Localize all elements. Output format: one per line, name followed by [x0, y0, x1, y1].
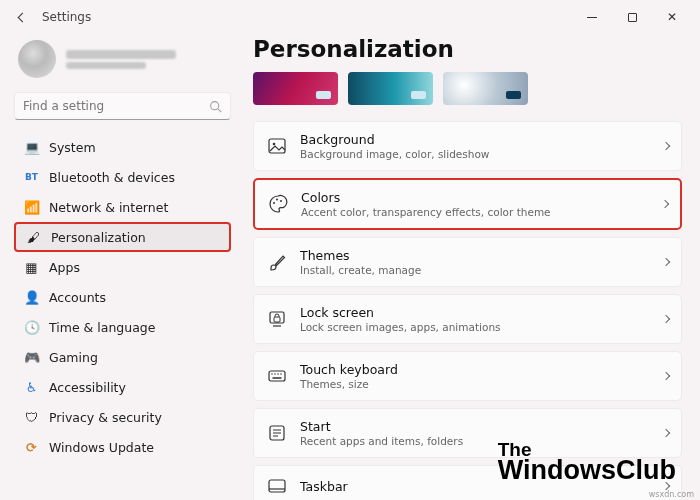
- window-controls: [572, 2, 692, 32]
- setting-subtitle: Background image, color, slideshow: [300, 148, 651, 160]
- sidebar-item-accounts[interactable]: 👤 Accounts: [14, 282, 231, 312]
- close-button[interactable]: [652, 2, 692, 32]
- chevron-right-icon: [662, 258, 670, 266]
- sidebar-item-label: Accounts: [49, 290, 106, 305]
- search-placeholder: Find a setting: [23, 99, 203, 113]
- sidebar-item-label: Privacy & security: [49, 410, 162, 425]
- sidebar-item-label: Bluetooth & devices: [49, 170, 175, 185]
- sidebar-item-privacy[interactable]: 🛡 Privacy & security: [14, 402, 231, 432]
- search-icon: [209, 100, 222, 113]
- theme-previews: [253, 72, 682, 105]
- chevron-right-icon: [662, 142, 670, 150]
- bluetooth-icon: BT: [24, 172, 39, 182]
- sidebar-item-accessibility[interactable]: ♿ Accessibility: [14, 372, 231, 402]
- sidebar-item-label: Network & internet: [49, 200, 168, 215]
- sidebar-item-label: Gaming: [49, 350, 98, 365]
- setting-title: Lock screen: [300, 305, 651, 320]
- arrow-left-icon: [17, 12, 27, 22]
- sidebar-item-label: Personalization: [51, 230, 146, 245]
- picture-icon: [266, 136, 288, 156]
- setting-background[interactable]: BackgroundBackground image, color, slide…: [253, 121, 682, 171]
- sidebar-item-label: System: [49, 140, 96, 155]
- svg-point-0: [211, 101, 219, 109]
- setting-subtitle: Install, create, manage: [300, 264, 651, 276]
- setting-title: Colors: [301, 190, 650, 205]
- titlebar: Settings: [0, 0, 700, 34]
- setting-touchkeyboard[interactable]: Touch keyboardThemes, size: [253, 351, 682, 401]
- svg-rect-8: [274, 317, 280, 322]
- sidebar-item-personalization[interactable]: 🖌 Personalization: [14, 222, 231, 252]
- lockscreen-icon: [266, 309, 288, 329]
- paintbrush-icon: 🖌: [26, 230, 41, 245]
- svg-point-5: [276, 199, 278, 201]
- search-input[interactable]: Find a setting: [14, 92, 231, 120]
- clock-icon: 🕓: [24, 320, 39, 335]
- setting-start[interactable]: StartRecent apps and items, folders: [253, 408, 682, 458]
- chevron-right-icon: [662, 372, 670, 380]
- palette-icon: [267, 194, 289, 214]
- close-icon: [667, 10, 677, 24]
- setting-colors[interactable]: ColorsAccent color, transparency effects…: [253, 178, 682, 230]
- chevron-right-icon: [662, 429, 670, 437]
- main-panel: Personalization BackgroundBackground ima…: [245, 34, 700, 500]
- sidebar-item-gaming[interactable]: 🎮 Gaming: [14, 342, 231, 372]
- svg-point-3: [273, 143, 276, 146]
- keyboard-icon: [266, 366, 288, 386]
- account-block[interactable]: [14, 34, 231, 92]
- sidebar-item-time[interactable]: 🕓 Time & language: [14, 312, 231, 342]
- chevron-right-icon: [662, 482, 670, 490]
- svg-rect-10: [269, 371, 285, 381]
- page-title: Personalization: [253, 36, 682, 62]
- account-text: [66, 47, 176, 72]
- setting-title: Themes: [300, 248, 651, 263]
- back-button[interactable]: [14, 9, 30, 25]
- minimize-button[interactable]: [572, 2, 612, 32]
- setting-title: Start: [300, 419, 651, 434]
- svg-point-6: [280, 200, 282, 202]
- setting-subtitle: Themes, size: [300, 378, 651, 390]
- update-icon: ⟳: [24, 440, 39, 455]
- theme-preview[interactable]: [443, 72, 528, 105]
- sidebar-item-label: Windows Update: [49, 440, 154, 455]
- gaming-icon: 🎮: [24, 350, 39, 365]
- maximize-icon: [628, 13, 637, 22]
- setting-themes[interactable]: ThemesInstall, create, manage: [253, 237, 682, 287]
- setting-subtitle: Accent color, transparency effects, colo…: [301, 206, 650, 218]
- sidebar-item-update[interactable]: ⟳ Windows Update: [14, 432, 231, 462]
- system-icon: 💻: [24, 140, 39, 155]
- accounts-icon: 👤: [24, 290, 39, 305]
- wifi-icon: 📶: [24, 200, 39, 215]
- setting-subtitle: Recent apps and items, folders: [300, 435, 651, 447]
- sidebar-item-bluetooth[interactable]: BT Bluetooth & devices: [14, 162, 231, 192]
- svg-rect-20: [269, 480, 285, 492]
- setting-lockscreen[interactable]: Lock screenLock screen images, apps, ani…: [253, 294, 682, 344]
- sidebar-item-label: Time & language: [49, 320, 155, 335]
- theme-preview[interactable]: [253, 72, 338, 105]
- apps-icon: ▦: [24, 260, 39, 275]
- maximize-button[interactable]: [612, 2, 652, 32]
- setting-subtitle: Lock screen images, apps, animations: [300, 321, 651, 333]
- accessibility-icon: ♿: [24, 380, 39, 395]
- brush-icon: [266, 252, 288, 272]
- svg-rect-2: [269, 139, 285, 153]
- sidebar-item-system[interactable]: 💻 System: [14, 132, 231, 162]
- sidebar-item-apps[interactable]: ▦ Apps: [14, 252, 231, 282]
- setting-title: Background: [300, 132, 651, 147]
- setting-title: Taskbar: [300, 479, 651, 494]
- setting-title: Touch keyboard: [300, 362, 651, 377]
- setting-taskbar[interactable]: Taskbar: [253, 465, 682, 500]
- chevron-right-icon: [661, 200, 669, 208]
- svg-point-4: [273, 202, 275, 204]
- sidebar: Find a setting 💻 System BT Bluetooth & d…: [0, 34, 245, 500]
- shield-icon: 🛡: [24, 410, 39, 425]
- start-icon: [266, 423, 288, 443]
- minimize-icon: [587, 17, 597, 18]
- svg-line-1: [218, 108, 221, 111]
- taskbar-icon: [266, 476, 288, 496]
- sidebar-item-label: Accessibility: [49, 380, 126, 395]
- avatar: [18, 40, 56, 78]
- sidebar-item-network[interactable]: 📶 Network & internet: [14, 192, 231, 222]
- sidebar-item-label: Apps: [49, 260, 80, 275]
- app-title: Settings: [42, 10, 91, 24]
- theme-preview[interactable]: [348, 72, 433, 105]
